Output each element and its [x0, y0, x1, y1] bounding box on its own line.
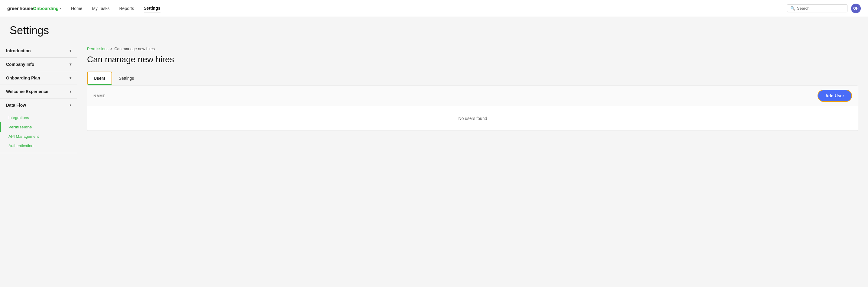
page-title: Settings [10, 24, 858, 37]
add-user-button[interactable]: Add User [817, 90, 852, 102]
sidebar-header-welcome-experience[interactable]: Welcome Experience ▾ [0, 85, 78, 98]
tabs-bar: Users Settings [87, 72, 858, 85]
sidebar-item-integrations[interactable]: Integrations [0, 113, 78, 122]
content-area: Introduction ▾ Company Info ▾ Onboarding… [0, 39, 868, 158]
main-content: Permissions > Can manage new hires Can m… [78, 39, 868, 158]
chevron-company-info-icon: ▾ [69, 62, 71, 66]
tab-settings[interactable]: Settings [112, 72, 141, 85]
sidebar-label-introduction: Introduction [6, 48, 31, 53]
sidebar-section-company-info: Company Info ▾ [0, 58, 78, 71]
sidebar-item-authentication[interactable]: Authentication [0, 141, 78, 151]
nav-home[interactable]: Home [71, 5, 82, 12]
sidebar-header-onboarding-plan[interactable]: Onboarding Plan ▾ [0, 71, 78, 85]
sidebar-section-introduction: Introduction ▾ [0, 44, 78, 58]
table-col-name-label: Name [93, 94, 105, 98]
breadcrumb-separator: > [110, 46, 113, 51]
sidebar-section-onboarding-plan: Onboarding Plan ▾ [0, 71, 78, 85]
sidebar-data-flow-items: Integrations Permissions API Management … [0, 112, 78, 153]
nav-settings[interactable]: Settings [144, 4, 160, 12]
page-title-area: Settings [0, 17, 868, 39]
sidebar-header-company-info[interactable]: Company Info ▾ [0, 58, 78, 71]
logo-chevron-icon: ▾ [60, 7, 61, 10]
nav-right-area: 🔍 GH [787, 4, 861, 13]
breadcrumb-permissions-link[interactable]: Permissions [87, 46, 108, 51]
chevron-welcome-experience-icon: ▾ [69, 89, 71, 94]
sidebar-item-permissions[interactable]: Permissions [0, 122, 78, 132]
tab-users[interactable]: Users [87, 72, 112, 85]
logo-onboarding-text: Onboarding [33, 6, 59, 11]
sidebar-section-welcome-experience: Welcome Experience ▾ [0, 85, 78, 98]
sidebar-label-onboarding-plan: Onboarding Plan [6, 75, 40, 81]
chevron-introduction-icon: ▾ [69, 49, 71, 53]
breadcrumb-current: Can manage new hires [114, 46, 155, 51]
users-table: Name Add User No users found [87, 85, 858, 131]
nav-reports[interactable]: Reports [119, 5, 134, 12]
nav-my-tasks[interactable]: My Tasks [92, 5, 110, 12]
no-users-message: No users found [87, 106, 858, 130]
content-heading: Can manage new hires [87, 55, 858, 64]
sidebar-section-data-flow: Data Flow ▴ Integrations Permissions API… [0, 98, 78, 153]
table-header: Name Add User [87, 86, 858, 106]
sidebar: Introduction ▾ Company Info ▾ Onboarding… [0, 39, 78, 158]
sidebar-label-company-info: Company Info [6, 62, 34, 67]
nav-links: Home My Tasks Reports Settings [71, 4, 787, 12]
sidebar-label-data-flow: Data Flow [6, 103, 26, 107]
avatar[interactable]: GH [851, 4, 861, 13]
sidebar-label-welcome-experience: Welcome Experience [6, 89, 49, 94]
logo[interactable]: greenhouse Onboarding ▾ [7, 6, 61, 11]
top-navigation: greenhouse Onboarding ▾ Home My Tasks Re… [0, 0, 868, 17]
chevron-data-flow-icon: ▴ [69, 103, 71, 107]
chevron-onboarding-plan-icon: ▾ [69, 76, 71, 80]
sidebar-header-introduction[interactable]: Introduction ▾ [0, 44, 78, 57]
sidebar-item-api-management[interactable]: API Management [0, 132, 78, 141]
search-input[interactable] [797, 6, 844, 10]
logo-greenhouse-text: greenhouse [7, 6, 33, 11]
sidebar-header-data-flow[interactable]: Data Flow ▴ [0, 98, 78, 112]
breadcrumb: Permissions > Can manage new hires [87, 46, 858, 51]
search-icon: 🔍 [790, 6, 795, 10]
search-box[interactable]: 🔍 [787, 4, 847, 12]
